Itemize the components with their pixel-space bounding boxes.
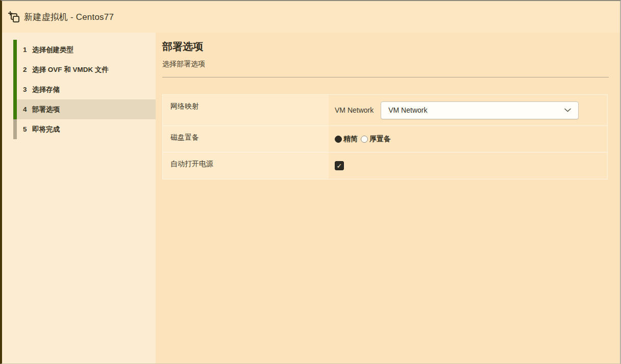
step-label: 部署选项 (32, 105, 60, 114)
step-number: 3 (23, 86, 30, 93)
wizard-step-select-ovf-vmdk[interactable]: 2 选择 OVF 和 VMDK 文件 (13, 60, 156, 80)
step-number: 4 (23, 106, 30, 113)
network-mapping-row: 网络映射 VM Network VM Network (163, 95, 607, 126)
wizard-steps-sidebar: 1 选择创建类型 2 选择 OVF 和 VMDK 文件 3 选择存储 4 部署选… (2, 33, 156, 364)
wizard-step-ready-to-complete[interactable]: 5 即将完成 (13, 119, 156, 139)
deployment-options-panel: 部署选项 选择部署选项 网络映射 VM Network VM Network 磁… (156, 33, 620, 364)
step-progress-bar (13, 60, 17, 80)
step-number: 1 (23, 46, 30, 54)
step-label: 选择创建类型 (32, 45, 73, 55)
step-progress-bar (13, 119, 17, 139)
step-progress-bar (13, 40, 17, 60)
network-mapping-label: 网络映射 (163, 95, 329, 125)
dialog-title: 新建虚拟机 - Centos77 (24, 11, 114, 23)
divider (162, 77, 609, 77)
radio-thick-provisioned[interactable]: 厚置备 (361, 135, 391, 144)
radio-circle-icon (335, 136, 342, 143)
disk-provisioning-label: 磁盘置备 (163, 126, 329, 152)
power-on-label: 自动打开电源 (163, 152, 329, 179)
power-on-checkbox[interactable]: ✓ (335, 161, 344, 170)
step-progress-bar (13, 99, 17, 119)
step-label: 选择 OVF 和 VMDK 文件 (32, 65, 109, 74)
disk-provisioning-radio-group: 精简 厚置备 (335, 135, 394, 144)
new-vm-icon (7, 10, 20, 23)
page-subtitle: 选择部署选项 (162, 60, 620, 69)
network-select[interactable]: VM Network (381, 101, 579, 119)
radio-label: 厚置备 (369, 135, 391, 144)
dialog-titlebar: 新建虚拟机 - Centos77 (2, 1, 620, 33)
step-progress-bar (13, 80, 17, 99)
step-number: 2 (23, 66, 30, 73)
source-network-name: VM Network (335, 106, 374, 114)
chevron-down-icon (564, 108, 571, 112)
step-label: 选择存储 (32, 85, 60, 94)
page-title: 部署选项 (162, 40, 620, 54)
deployment-options-table: 网络映射 VM Network VM Network 磁盘置备 (162, 94, 608, 179)
network-select-value: VM Network (388, 106, 427, 114)
wizard-step-deployment-options[interactable]: 4 部署选项 (13, 99, 156, 119)
step-label: 即将完成 (32, 125, 60, 134)
radio-thin-provisioned[interactable]: 精简 (335, 135, 358, 144)
radio-label: 精简 (343, 135, 358, 144)
radio-circle-icon (361, 136, 368, 143)
wizard-step-select-creation-type[interactable]: 1 选择创建类型 (13, 40, 156, 60)
checkmark-icon: ✓ (337, 163, 342, 169)
wizard-step-select-storage[interactable]: 3 选择存储 (13, 80, 156, 99)
step-number: 5 (23, 125, 30, 133)
disk-provisioning-row: 磁盘置备 精简 厚置备 (163, 126, 607, 152)
power-on-automatically-row: 自动打开电源 ✓ (163, 152, 607, 179)
